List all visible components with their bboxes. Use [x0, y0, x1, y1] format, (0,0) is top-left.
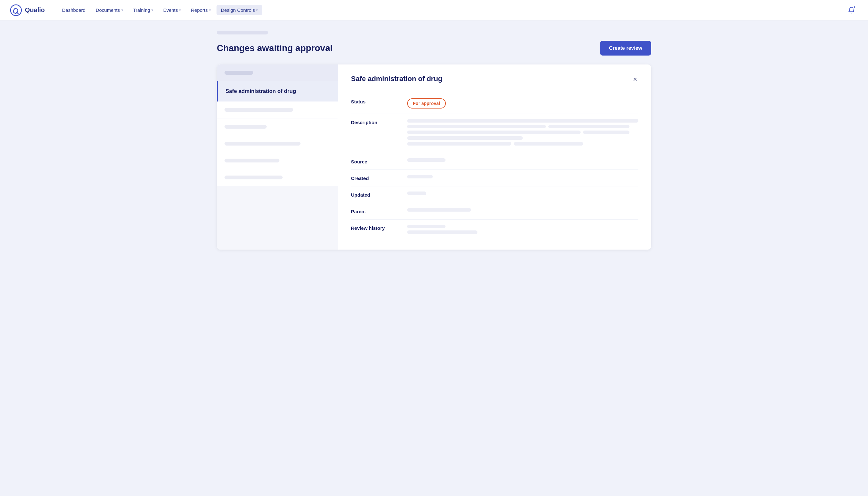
page-header: Changes awaiting approval Create review: [217, 41, 651, 56]
detail-row-parent: Parent: [351, 203, 638, 220]
left-panel-header: [217, 64, 338, 81]
chevron-down-icon: ▾: [179, 8, 181, 12]
chevron-down-icon: ▾: [209, 8, 211, 12]
description-skeleton: [407, 119, 638, 123]
chevron-down-icon: ▾: [151, 8, 153, 12]
description-value: [407, 119, 638, 148]
description-skeleton-row: [407, 142, 638, 145]
detail-row-description: Description: [351, 114, 638, 153]
left-panel-header-skeleton: [225, 71, 253, 75]
updated-value: [407, 191, 638, 195]
description-skeleton: [548, 125, 629, 128]
created-value: [407, 175, 638, 179]
detail-title: Safe administration of drug: [351, 75, 442, 83]
status-value: For approval: [407, 98, 638, 109]
review-history-skeleton: [407, 225, 445, 228]
detail-row-updated: Updated: [351, 186, 638, 203]
created-skeleton: [407, 175, 433, 179]
qualio-logo-icon: [10, 4, 22, 16]
nav-item-documents[interactable]: Documents ▾: [91, 5, 127, 15]
left-panel-selected-item[interactable]: Safe administration of drug: [217, 81, 338, 102]
list-item[interactable]: [217, 152, 338, 169]
parent-label: Parent: [351, 208, 402, 214]
chevron-down-icon: ▾: [121, 8, 123, 12]
brand-logo-link[interactable]: Qualio: [10, 4, 45, 16]
parent-value: [407, 208, 638, 212]
created-label: Created: [351, 175, 402, 181]
nav-right: [845, 4, 858, 17]
list-item[interactable]: [217, 169, 338, 186]
navbar: Qualio Dashboard Documents ▾ Training ▾ …: [0, 0, 868, 20]
nav-item-events-label: Events: [163, 7, 178, 13]
updated-label: Updated: [351, 191, 402, 198]
list-item-skeleton: [225, 108, 293, 112]
brand-name: Qualio: [25, 6, 45, 14]
nav-item-dashboard[interactable]: Dashboard: [58, 5, 90, 15]
nav-item-training[interactable]: Training ▾: [129, 5, 158, 15]
detail-grid: Status For approval Description: [351, 93, 638, 239]
list-item-skeleton: [225, 159, 279, 162]
left-panel: Safe administration of drug: [217, 64, 338, 250]
parent-skeleton: [407, 208, 471, 212]
main-content: Changes awaiting approval Create review …: [204, 20, 664, 260]
breadcrumb-skeleton: [217, 31, 268, 34]
detail-row-status: Status For approval: [351, 93, 638, 114]
nav-item-events[interactable]: Events ▾: [159, 5, 185, 15]
source-skeleton: [407, 158, 445, 162]
description-skeleton: [583, 130, 629, 134]
review-history-value: [407, 225, 638, 234]
detail-header: Safe administration of drug ×: [351, 75, 638, 84]
list-item-skeleton: [225, 142, 301, 145]
notifications-button[interactable]: [845, 4, 858, 17]
selected-item-title: Safe administration of drug: [226, 88, 296, 94]
detail-row-source: Source: [351, 153, 638, 170]
chevron-down-icon: ▾: [256, 8, 258, 12]
list-item-skeleton: [225, 175, 283, 180]
nav-item-training-label: Training: [133, 7, 150, 13]
close-button[interactable]: ×: [632, 75, 638, 84]
description-skeleton: [407, 136, 523, 140]
description-skeleton: [407, 130, 581, 134]
description-skeleton: [407, 125, 546, 128]
right-panel: Safe administration of drug × Status For…: [338, 64, 651, 250]
description-skeleton: [407, 142, 511, 145]
source-value: [407, 158, 638, 162]
status-badge: For approval: [407, 98, 446, 109]
review-history-label: Review history: [351, 225, 402, 231]
nav-item-reports[interactable]: Reports ▾: [186, 5, 215, 15]
list-item-skeleton: [225, 125, 267, 129]
list-item[interactable]: [217, 102, 338, 119]
nav-item-documents-label: Documents: [96, 7, 120, 13]
nav-items: Dashboard Documents ▾ Training ▾ Events …: [58, 5, 845, 15]
list-item[interactable]: [217, 135, 338, 152]
updated-skeleton: [407, 191, 426, 195]
description-skeleton-row: [407, 125, 638, 128]
notification-dot: [853, 6, 856, 8]
nav-item-reports-label: Reports: [191, 7, 208, 13]
description-skeleton: [514, 142, 583, 145]
detail-row-created: Created: [351, 170, 638, 186]
review-history-skeleton: [407, 230, 477, 234]
detail-row-review-history: Review history: [351, 220, 638, 239]
description-skeleton-row: [407, 130, 638, 134]
page-title: Changes awaiting approval: [217, 43, 333, 53]
list-item[interactable]: [217, 119, 338, 135]
status-label: Status: [351, 98, 402, 104]
create-review-button[interactable]: Create review: [600, 41, 651, 56]
split-layout: Safe administration of drug Safe adminis…: [217, 64, 651, 250]
svg-point-0: [11, 5, 21, 16]
nav-item-dashboard-label: Dashboard: [62, 7, 85, 13]
description-label: Description: [351, 119, 402, 125]
source-label: Source: [351, 158, 402, 165]
nav-item-design-controls-label: Design Controls: [221, 7, 255, 13]
nav-item-design-controls[interactable]: Design Controls ▾: [216, 5, 262, 15]
